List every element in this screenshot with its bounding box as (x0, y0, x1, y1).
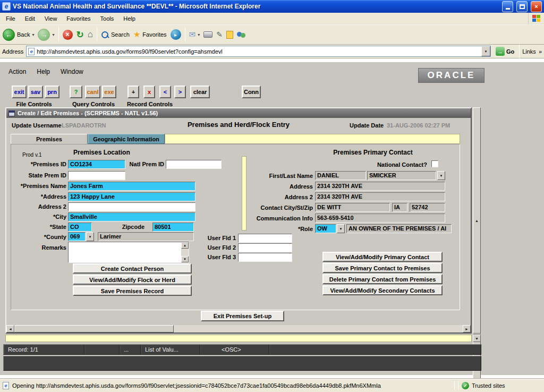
menu-view[interactable]: View (40, 14, 62, 23)
remarks-scrollbar[interactable]: ▲ ▼ (181, 242, 189, 262)
forward-dropdown-icon[interactable]: ▾ (52, 32, 54, 37)
record-clear-button[interactable]: clear (190, 86, 210, 98)
browser-toolbar: ← Back ▾ → ▾ × ↻ ⌂ Search ★ Favorites ▸ … (0, 24, 544, 45)
links-chevron-icon[interactable]: » (539, 48, 542, 55)
vertical-scrollbar[interactable]: ▲ ▼ (473, 107, 481, 334)
forms-menu-window[interactable]: Window (61, 68, 83, 75)
view-add-modify-flock-button[interactable]: View/Add/Modify Flock or Herd (73, 275, 192, 285)
back-dropdown-icon[interactable]: ▾ (32, 32, 34, 37)
save-primary-contact-button[interactable]: Save Primary Contact to Premises (322, 263, 443, 273)
contact-state-field[interactable]: IA (392, 203, 407, 212)
address-field[interactable]: 123 Happy Lane (68, 192, 196, 201)
premises-id-field[interactable]: CO1234 (68, 160, 125, 169)
delete-primary-contact-button[interactable]: Delete Primary Contact from Premises (322, 274, 443, 284)
close-button[interactable]: × (531, 1, 542, 12)
exit-button[interactable]: exit (12, 86, 27, 98)
query-cancel-button[interactable]: canl (85, 86, 100, 98)
record-next-button[interactable]: > (174, 86, 186, 98)
remarks-field[interactable]: ▲ ▼ (68, 242, 189, 263)
user-fld2-field[interactable] (238, 243, 292, 252)
print-forms-button[interactable]: prn (45, 86, 60, 98)
exit-premises-setup-button[interactable]: Exit Premises Set-up (201, 311, 284, 321)
menu-favorites[interactable]: Favorites (62, 14, 95, 23)
last-name-field[interactable]: SMICKER (367, 171, 436, 180)
role-dropdown-button[interactable]: ▼ (337, 224, 345, 233)
natl-prem-id-field[interactable] (166, 160, 222, 169)
forward-button[interactable]: → ▾ (38, 29, 54, 41)
minimize-button[interactable] (502, 1, 513, 12)
refresh-button[interactable]: ↻ (76, 29, 84, 40)
role-code-field[interactable]: OW (315, 224, 336, 233)
tab-premises[interactable]: Premises (11, 134, 88, 144)
user-fld3-label: User Fld 3 (198, 254, 236, 260)
media-button[interactable]: ▸ (171, 29, 181, 40)
edit-button[interactable]: ✎ (216, 30, 223, 39)
create-contact-person-button[interactable]: Create Contact Person (73, 263, 192, 274)
scroll-left-icon[interactable]: ◄ (6, 325, 14, 333)
forms-menu-action[interactable]: Action (8, 68, 26, 75)
tab-geographic-information[interactable]: Geographic Information (88, 134, 165, 144)
scroll-right-icon[interactable]: ► (463, 325, 471, 333)
forms-window-titlebar[interactable]: Create / Edit Premises - (SCRPREMS - NAT… (6, 108, 471, 118)
city-field[interactable]: Smallville (68, 212, 196, 221)
county-dropdown-button[interactable]: ▼ (86, 232, 94, 241)
mail-button[interactable]: ✉ ▾ (189, 30, 200, 39)
contact-zip-field[interactable]: 52742 (410, 203, 445, 212)
state-prem-id-field[interactable] (68, 171, 125, 180)
record-add-button[interactable]: + (128, 86, 139, 98)
national-contact-checkbox[interactable] (431, 160, 438, 167)
contact-address-field[interactable]: 2314 320TH AVE (315, 182, 445, 191)
mini-scroll-down[interactable]: ▼ (473, 335, 481, 342)
links-label[interactable]: Links (522, 48, 536, 55)
user-fld3-field[interactable] (238, 253, 292, 262)
home-button[interactable]: ⌂ (88, 29, 93, 40)
first-name-field[interactable]: DANIEL (315, 171, 366, 180)
save-premises-record-button[interactable]: Save Premises Record (73, 286, 192, 296)
menu-file[interactable]: File (1, 14, 20, 23)
scroll-up-icon[interactable]: ▲ (473, 107, 481, 334)
county-code-field[interactable]: 069 (68, 232, 86, 241)
premises-name-field[interactable]: Jones Farm (68, 182, 196, 191)
toolbar-separator (97, 28, 97, 41)
contact-address2-field[interactable]: 2314 320TH AVE (315, 192, 445, 201)
scrollbar-thumb[interactable] (14, 325, 174, 333)
favorites-button[interactable]: ★ Favorites (133, 30, 167, 39)
back-button[interactable]: ← Back ▾ (3, 29, 34, 41)
address-dropdown-icon[interactable]: ▼ (481, 46, 490, 56)
view-add-modify-primary-contact-button[interactable]: View/Add/Modify Primary Contact (322, 252, 443, 262)
record-delete-button[interactable]: x (143, 86, 155, 98)
user-fld1-field[interactable] (238, 234, 292, 243)
scroll-down-icon[interactable]: ▼ (181, 256, 189, 262)
horizontal-scrollbar[interactable]: ◄ ► (6, 325, 471, 333)
menu-tools[interactable]: Tools (96, 14, 119, 23)
record-indicator: Record: 1/1 (4, 345, 84, 354)
search-button[interactable]: Search (101, 31, 130, 39)
view-add-modify-secondary-contacts-button[interactable]: View/Add/Modify Secondary Contacts (322, 285, 443, 295)
query-execute-button[interactable]: exe (102, 86, 116, 98)
zipcode-field[interactable]: 80501 (152, 223, 194, 232)
forms-menu-help[interactable]: Help (37, 68, 50, 75)
mail-dropdown-icon[interactable]: ▾ (198, 32, 200, 37)
notes-button[interactable] (226, 31, 233, 39)
print-button[interactable] (203, 31, 212, 38)
go-button[interactable]: → Go (494, 47, 516, 56)
stop-button[interactable]: × (63, 30, 73, 40)
save-button[interactable]: sav (28, 86, 43, 98)
role-desc-field[interactable]: AN OWNER OF THE PREMISES / AI (346, 224, 452, 233)
county-name-field[interactable]: Larimer (98, 232, 194, 241)
address-input[interactable]: e http://ahsmdevtest.aphis.usda.gov/form… (26, 46, 491, 57)
communication-info-field[interactable]: 563-659-5410 (315, 214, 445, 223)
contact-city-field[interactable]: DE WITT (315, 203, 390, 212)
maximize-button[interactable] (516, 1, 528, 12)
conn-button[interactable]: Conn (242, 86, 261, 98)
scroll-down-icon[interactable]: ▼ (473, 335, 481, 342)
record-previous-button[interactable]: < (159, 86, 171, 98)
messenger-button[interactable] (237, 31, 245, 38)
contact-dropdown-button[interactable]: ▼ (437, 171, 445, 180)
menu-help[interactable]: Help (118, 14, 140, 23)
query-help-button[interactable]: ? (70, 86, 82, 98)
menu-edit[interactable]: Edit (20, 14, 40, 23)
scroll-up-icon[interactable]: ▲ (181, 242, 189, 249)
state-field[interactable]: CO (68, 223, 92, 232)
address2-field[interactable] (68, 202, 196, 211)
